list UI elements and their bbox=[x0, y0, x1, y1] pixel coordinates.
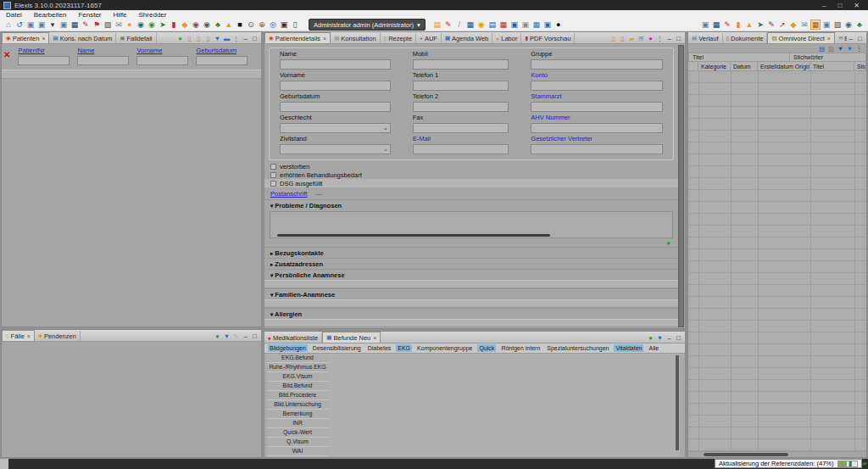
doc-icon[interactable]: ▯ bbox=[290, 20, 300, 30]
checkbox-row[interactable]: erhöhten Behandlungsbedarf bbox=[264, 170, 678, 179]
column-header-datum[interactable]: Datum bbox=[731, 62, 758, 71]
refresh-dot-icon[interactable]: ● bbox=[647, 334, 654, 342]
befunde-row[interactable]: Bemerkung bbox=[267, 410, 328, 419]
contact-icon[interactable]: ◉ bbox=[843, 20, 854, 30]
column-header-erstelldatum[interactable]: Erstelldatum Origin... bbox=[758, 62, 810, 71]
user-button[interactable]: Administrator admin (Administrator) ▾ bbox=[309, 19, 426, 31]
field-input[interactable] bbox=[531, 144, 663, 154]
befunde-row[interactable]: Q.Visum bbox=[267, 438, 328, 447]
column-filter-input[interactable] bbox=[136, 56, 188, 65]
field-input[interactable] bbox=[280, 102, 391, 112]
stop-icon[interactable]: ■ bbox=[235, 20, 245, 30]
field-input[interactable] bbox=[531, 81, 663, 91]
home-icon[interactable]: ⌂ bbox=[3, 20, 14, 30]
close-icon[interactable]: × bbox=[26, 333, 31, 339]
refresh-dot-icon[interactable]: ● bbox=[176, 35, 184, 42]
pencil-icon[interactable]: ✎ bbox=[81, 20, 91, 30]
section-bezugskontakte[interactable]: ▸ Bezugskontakte bbox=[264, 247, 678, 258]
tab-falldetail[interactable]: ▣Falldetail× bbox=[116, 33, 156, 43]
dropdown-icon[interactable]: ▾ bbox=[47, 20, 58, 30]
befunde-subtab[interactable]: EKG bbox=[396, 344, 412, 352]
leaf2-icon[interactable]: ♣ bbox=[854, 20, 865, 30]
bomb-icon[interactable]: ● bbox=[554, 20, 564, 30]
titel-filter-input[interactable]: Titel bbox=[688, 53, 790, 62]
clipboard2-icon[interactable]: ▯ bbox=[619, 35, 626, 42]
tab-patientendetails[interactable]: ◉Patientendetails× bbox=[264, 32, 331, 43]
close-icon[interactable]: × bbox=[41, 36, 45, 42]
horizontal-scrollbar[interactable] bbox=[277, 234, 550, 237]
menu-item[interactable]: Shredder bbox=[139, 11, 167, 19]
globe-icon[interactable]: ◉ bbox=[136, 20, 146, 30]
column-header-link[interactable]: PatientNr bbox=[18, 47, 70, 54]
probleme-diagnosen-box[interactable] bbox=[270, 211, 673, 238]
field-input[interactable] bbox=[531, 59, 663, 70]
window3-icon[interactable]: ▣ bbox=[700, 20, 710, 30]
column-header-empty[interactable] bbox=[688, 62, 698, 71]
field-label[interactable]: AHV Nummer bbox=[531, 114, 663, 121]
view-icon[interactable]: ▬ bbox=[223, 35, 231, 42]
chart3-icon[interactable]: ▦ bbox=[711, 20, 721, 30]
window4-icon[interactable]: ▣ bbox=[821, 20, 832, 30]
book-icon[interactable]: ▮ bbox=[169, 20, 179, 30]
money2-icon[interactable]: ◆ bbox=[788, 20, 798, 30]
close-icon[interactable]: × bbox=[322, 36, 326, 42]
send-icon[interactable]: ➤ bbox=[755, 20, 765, 30]
field-input[interactable] bbox=[531, 102, 663, 112]
maximize-icon[interactable]: □ bbox=[251, 332, 259, 340]
tab-rezepte[interactable]: ▯Rezepte× bbox=[381, 33, 417, 43]
befunde-row[interactable]: Quick-Wert bbox=[267, 428, 328, 438]
column-header-link[interactable]: Vorname bbox=[136, 47, 188, 54]
field-input[interactable] bbox=[413, 59, 509, 70]
undo-icon[interactable]: ↺ bbox=[14, 20, 25, 30]
leaf-icon[interactable]: ♣ bbox=[213, 20, 223, 30]
column-filter-input[interactable] bbox=[18, 56, 70, 65]
field-input[interactable] bbox=[280, 81, 391, 91]
checkbox[interactable] bbox=[270, 164, 276, 170]
stichwoerter-filter-input[interactable]: Stichwörter bbox=[790, 53, 866, 62]
minimize-icon[interactable]: – bbox=[665, 334, 673, 342]
search-plus-icon[interactable]: ⊕ bbox=[257, 20, 267, 30]
overflow-icon[interactable]: ⋮ bbox=[232, 35, 240, 42]
info-icon[interactable]: ◎ bbox=[268, 20, 278, 30]
edit-icon[interactable]: ✎ bbox=[232, 332, 240, 340]
befunde-row[interactable]: EKG.Befund bbox=[267, 354, 328, 363]
coin-icon[interactable]: ● bbox=[125, 20, 135, 30]
tab-pendenzen[interactable]: ◆Pendenzen× bbox=[35, 331, 81, 341]
filter-icon[interactable]: ▼ bbox=[214, 35, 221, 42]
tab-pdf-vorschau[interactable]: ▮PDF Vorschau× bbox=[521, 33, 575, 43]
befunde-subtab[interactable]: Desensibilisierung bbox=[311, 344, 363, 352]
befunde-subtab[interactable]: Diabetes bbox=[366, 344, 393, 352]
section-persoenliche-anamnese[interactable]: ▾ Persönliche Anamnese bbox=[264, 269, 678, 280]
column-header-link[interactable]: Name bbox=[77, 47, 129, 54]
forward-icon[interactable]: ➤ bbox=[158, 20, 168, 30]
money-icon[interactable]: ◆ bbox=[180, 20, 190, 30]
minimize-icon[interactable]: – bbox=[242, 332, 249, 340]
tab-faelle[interactable]: ▯Fälle× bbox=[2, 330, 35, 341]
refresh-dot-icon[interactable]: ● bbox=[214, 332, 221, 340]
column-filter-input[interactable] bbox=[77, 56, 129, 65]
tab-medikationsliste[interactable]: ●Medikationsliste× bbox=[264, 332, 322, 343]
field-label[interactable]: Stammarzt bbox=[531, 92, 663, 100]
checkbox[interactable] bbox=[270, 181, 276, 187]
tab-patienten[interactable]: ◉Patienten× bbox=[2, 32, 49, 43]
field-input[interactable] bbox=[531, 123, 663, 133]
mail2-icon[interactable]: ✉ bbox=[799, 20, 810, 30]
befunde-subtab[interactable]: Bildgebungen bbox=[268, 344, 308, 352]
disk-icon[interactable]: ▣ bbox=[520, 20, 531, 30]
befunde-row[interactable]: Bild.Procedere bbox=[267, 391, 328, 400]
close-icon[interactable]: × bbox=[372, 335, 376, 341]
grid-red-icon[interactable]: ▦ bbox=[498, 20, 509, 30]
image-icon[interactable]: ▨ bbox=[103, 20, 113, 30]
close-icon[interactable]: ✕ bbox=[854, 2, 860, 9]
sign-icon[interactable]: ✎ bbox=[443, 20, 453, 30]
horizontal-scrollbar-track[interactable] bbox=[688, 451, 866, 457]
chart-icon[interactable]: ▦ bbox=[70, 20, 80, 30]
field-input[interactable] bbox=[413, 81, 509, 91]
befunde-row[interactable]: Ruhe-/Rhythmus EKG bbox=[267, 363, 328, 372]
befunde-row[interactable]: INR bbox=[267, 419, 328, 428]
maximize-icon[interactable]: □ bbox=[251, 35, 259, 42]
clipboard-icon[interactable]: ▯ bbox=[186, 35, 193, 42]
import-icon[interactable]: ▼ bbox=[837, 45, 844, 53]
horizontal-scrollbar[interactable] bbox=[704, 453, 788, 456]
sheet-icon[interactable]: ▯ bbox=[204, 35, 212, 42]
